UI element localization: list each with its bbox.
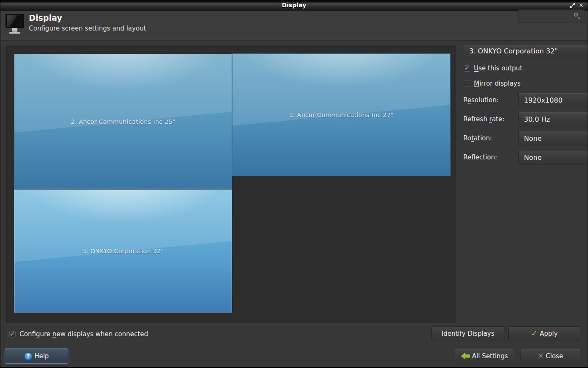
- apply-check-icon: ✓: [531, 329, 538, 337]
- configure-new-displays-label: Configure new displays when connected: [20, 330, 148, 338]
- titlebar: Display ✕: [0, 0, 588, 11]
- window-title: Display: [0, 2, 588, 8]
- all-settings-label: All Settings: [472, 352, 508, 360]
- display-label: 1. Ancor Communications Inc 27": [289, 112, 394, 118]
- check-icon: ✔: [10, 330, 15, 338]
- reflection-label: Reflection:: [463, 150, 497, 164]
- display-layout-canvas: 2. Ancor Communications Inc 25" 1. Ancor…: [6, 46, 456, 323]
- close-label: Close: [546, 352, 563, 360]
- use-this-output-label: Use this output: [474, 64, 522, 72]
- display-label: 3. ONKYO Corporation 32": [82, 248, 164, 254]
- checkbox-checked: ✔: [9, 331, 16, 337]
- reflection-select[interactable]: None: [518, 150, 588, 164]
- resolution-value: 1920x1080: [524, 96, 563, 104]
- rotation-label: Rotation:: [463, 131, 492, 145]
- header: Display Configure screen settings and la…: [0, 11, 588, 41]
- check-icon: ✔: [464, 64, 470, 72]
- configure-new-displays-checkbox[interactable]: ✔ Configure new displays when connected: [9, 330, 148, 338]
- close-x-icon: ✕: [538, 353, 543, 360]
- maximize-icon: [569, 2, 576, 8]
- rotation-value: None: [524, 134, 542, 142]
- window-close-icon: ✕: [579, 2, 584, 8]
- maximize-button[interactable]: [568, 2, 576, 9]
- page-title: Display: [29, 13, 62, 22]
- search-input[interactable]: [518, 9, 585, 22]
- close-button[interactable]: ✕ Close: [521, 349, 580, 363]
- display-monitor-icon: [4, 13, 25, 36]
- mirror-displays-checkbox[interactable]: Mirror displays: [464, 80, 521, 87]
- apply-button[interactable]: ✓ Apply: [508, 326, 580, 340]
- window-close-button[interactable]: ✕: [577, 2, 585, 9]
- refresh-rate-value: 30.0 Hz: [524, 115, 550, 123]
- output-selector[interactable]: 3. ONKYO Corporation 32": [464, 44, 588, 58]
- help-button[interactable]: ? Help: [5, 348, 68, 364]
- checkbox-unchecked: [464, 81, 470, 87]
- help-question-icon: ?: [24, 352, 32, 360]
- reflection-value: None: [524, 153, 542, 162]
- output-selector-value: 3. ONKYO Corporation 32": [469, 47, 558, 55]
- page-subtitle: Configure screen settings and layout: [29, 25, 146, 32]
- apply-label: Apply: [540, 330, 557, 337]
- resolution-label: Resolution:: [463, 93, 498, 107]
- refresh-rate-label: Refresh rate:: [463, 112, 504, 126]
- all-settings-button[interactable]: All Settings: [455, 349, 514, 363]
- display-3-onkyo-32-selected[interactable]: 3. ONKYO Corporation 32": [14, 190, 232, 312]
- use-this-output-checkbox[interactable]: ✔ Use this output: [464, 64, 522, 72]
- mirror-displays-label: Mirror displays: [474, 80, 521, 87]
- display-1-ancor-27[interactable]: 1. Ancor Communications Inc 27": [232, 53, 451, 176]
- resolution-select[interactable]: 1920x1080: [518, 93, 588, 107]
- identify-displays-button[interactable]: Identify Displays: [431, 326, 504, 340]
- display-label: 2. Ancor Communications Inc 25": [71, 118, 176, 125]
- refresh-rate-select[interactable]: 30.0 Hz: [518, 112, 588, 126]
- checkbox-checked: ✔: [464, 65, 470, 72]
- back-arrow-icon: [461, 353, 470, 360]
- help-label: Help: [34, 352, 49, 360]
- rotation-select[interactable]: None: [518, 131, 588, 145]
- identify-displays-label: Identify Displays: [442, 330, 495, 337]
- display-2-ancor-25[interactable]: 2. Ancor Communications Inc 25": [14, 54, 232, 189]
